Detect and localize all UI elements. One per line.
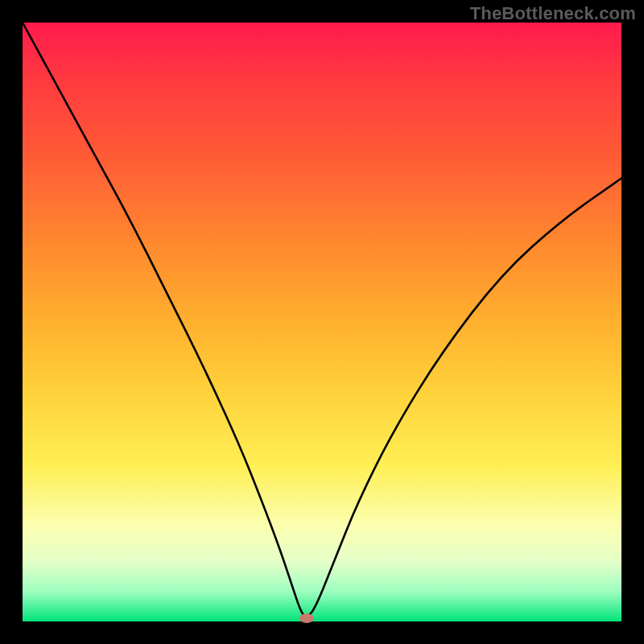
optimal-point-marker [299,613,314,623]
curve-path [23,23,621,617]
plot-area [23,23,621,621]
chart-frame: TheBottleneck.com [0,0,644,644]
bottleneck-curve [23,23,621,621]
watermark-text: TheBottleneck.com [470,3,636,24]
